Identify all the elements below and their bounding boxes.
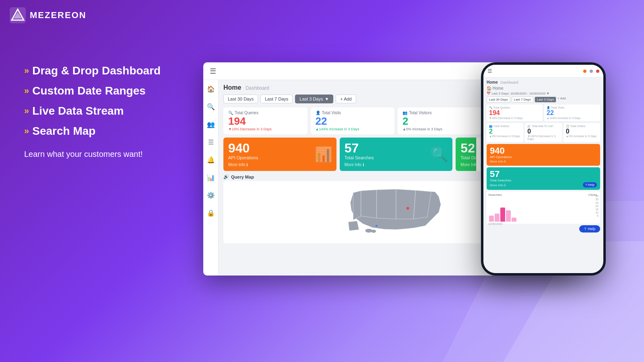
y-label-10: 10: [595, 211, 599, 214]
phone-api-value: 940: [490, 146, 597, 155]
feature-search-map: » Search Map: [24, 125, 177, 138]
phone-nav: Home Dashboard: [487, 80, 600, 84]
y-label-25: 25: [595, 202, 599, 204]
chart-bar-2: [495, 214, 500, 222]
searches-more-info[interactable]: More Info ℹ: [345, 162, 448, 167]
feature-custom-date: » Custom Date Ranges: [24, 84, 177, 97]
chart-y-labels: 35 30 25 20 15 10 5: [595, 193, 599, 217]
stat-card-visitors: 👥 Total Visitors 2 ▲0% Increase in 3 Day…: [398, 107, 482, 134]
chart-bar-4: [506, 210, 511, 222]
api-chart-icon: 📊: [314, 146, 332, 163]
page-title: Home: [223, 84, 241, 91]
svg-point-6: [407, 207, 409, 210]
help-btn-label: Help: [588, 227, 595, 231]
y-label-30: 30: [595, 198, 599, 201]
sidebar-users-icon[interactable]: 👥: [205, 119, 217, 130]
chevron-icon: ▼: [324, 97, 329, 101]
svg-point-5: [371, 230, 376, 233]
phone-screen: ☰ Home Dashboard 🏠 Home 📅 Last 3 Days: 1…: [483, 65, 603, 273]
y-label-15: 15: [595, 208, 599, 211]
clicks-label: Clicks: [588, 193, 597, 197]
phone-stat-orders: 📋 Total Orders 0 ▲0% Increase in 3 Days: [564, 123, 600, 142]
stat-label-visitors: 👥 Total Visitors: [402, 111, 477, 115]
feature-label-3: Live Data Stream: [32, 105, 124, 117]
date-btn-last3[interactable]: Last 3 Days ▼: [295, 95, 333, 103]
phone-help-btn[interactable]: ? Help: [579, 225, 600, 232]
sidebar-menu-icon[interactable]: ☰: [205, 136, 217, 148]
phone-stats: 🔍 Total Queries 194 ▼16% Decrease in 3 D…: [487, 105, 600, 121]
stat-label-visits: 👤 Total Visits: [316, 111, 390, 115]
phone-stat-visitors: 👥 Total Visitors 2 ▲0% Increase in 3 Day…: [487, 123, 523, 142]
phone-date-7[interactable]: Last 7 Days: [512, 97, 533, 103]
chart-bar-3: [500, 208, 505, 222]
stat-change-visitors: ▲0% Increase in 3 Days: [402, 127, 477, 131]
phone-dot-red: [596, 70, 599, 73]
phone-api-label: API Operations: [490, 155, 597, 159]
phone-date-30[interactable]: Last 30 Days: [487, 97, 510, 103]
phone-add-btn[interactable]: + Add: [557, 97, 566, 103]
hamburger-icon[interactable]: ☰: [210, 67, 216, 76]
sidebar-home-icon[interactable]: 🏠: [205, 83, 217, 95]
date-btn-last30[interactable]: Last 30 Days: [223, 95, 258, 103]
phone-visitors-label: 👥 Total Visitors: [489, 125, 521, 128]
stat-card-visits: 👤 Total Visits 22 ▲144% Increase in 3 Da…: [311, 107, 395, 134]
phone-date-range: 📅 Last 3 Days: 10/28/2020 - 10/30/2020 ▼: [487, 92, 600, 95]
feature-live-data: » Live Data Stream: [24, 105, 177, 117]
phone-help-small[interactable]: ? Help: [583, 182, 597, 187]
svg-point-7: [376, 225, 378, 227]
phone-cart-change: ▼100% Decrease in 3 Days: [527, 135, 559, 140]
phone-stat-visits: 👤 Total Visits 22 ▲144% Increase in 3 Da…: [544, 105, 600, 121]
sidebar-lock-icon[interactable]: 🔒: [205, 207, 217, 218]
phone-visitors-value: 2: [489, 128, 521, 135]
chart-bar-1: [489, 216, 494, 222]
chart-x-label: 10/30/2020: [488, 222, 517, 225]
big-card-api: 940 API Operations More Info ℹ 📊: [223, 138, 336, 171]
add-filter-btn[interactable]: + Add: [336, 95, 356, 103]
phone-subnav: Dashboard: [501, 80, 518, 84]
phone-stat-cart: 🛒 Total Add To Cart 0 ▼100% Decrease in …: [525, 123, 561, 142]
phone-searches-value: 57: [490, 170, 597, 179]
stat-value-visitors: 2: [402, 116, 477, 126]
phone-extra-stats: 👥 Total Visitors 2 ▲0% Increase in 3 Day…: [487, 123, 600, 142]
stat-card-queries: 🔍 Total Queries 194 ▼16% Decrease in 3 D…: [223, 107, 308, 134]
phone-stat-queries-value: 194: [489, 109, 540, 117]
phone-hamburger-icon: ☰: [487, 68, 492, 74]
sidebar: 🏠 🔍 👥 ☰ 🔔 📊 ⚙️ 🔒: [203, 80, 219, 276]
stat-change-visits: ▲144% Increase in 3 Days: [316, 127, 390, 131]
stat-label-queries: 🔍 Total Queries: [228, 111, 303, 115]
phone-main: Home Dashboard 🏠 Home 📅 Last 3 Days: 10/…: [483, 78, 603, 235]
phone-stat-visits-label: 👤 Total Visits: [547, 106, 598, 109]
map-speaker-icon: 🔊: [223, 174, 229, 179]
stat-value-queries: 194: [228, 116, 303, 126]
phone-dot-gray: [590, 70, 593, 73]
date-btn-last7[interactable]: Last 7 Days: [260, 95, 293, 103]
phone-searches-more[interactable]: More Info ℹ: [490, 183, 506, 187]
phone-stat-visits-value: 22: [547, 109, 598, 117]
sidebar-settings-icon[interactable]: ⚙️: [205, 189, 217, 201]
phone-visitors-change: ▲0% Increase in 3 Days: [489, 135, 521, 138]
feature-drag-drop: » Drag & Drop Dashboard: [24, 64, 177, 77]
phone-date-3[interactable]: Last 3 Days: [535, 97, 556, 103]
arrow-icon-1: »: [24, 66, 29, 76]
phone-orders-value: 0: [566, 128, 598, 135]
sidebar-bell-icon[interactable]: 🔔: [205, 154, 217, 165]
phone-cart-value: 0: [527, 128, 559, 135]
sidebar-search-icon[interactable]: 🔍: [205, 101, 217, 112]
chart-bar-5: [512, 218, 516, 222]
phone-api-more[interactable]: More Info ℹ: [490, 160, 597, 163]
arrow-icon-3: »: [24, 106, 29, 116]
phone-chart-searches-label: Searches: [488, 193, 517, 197]
phone-chart-area: Searches 10/30/2020 35: [487, 191, 600, 224]
stat-change-queries: ▼16% Decrease in 3 Days: [228, 127, 303, 131]
arrow-icon-2: »: [24, 86, 29, 96]
searches-icon: 🔍: [430, 146, 448, 163]
phone-stat-queries-change: ▼16% Decrease in 3 Days: [489, 117, 540, 119]
y-label-5: 5: [595, 214, 599, 217]
phone-orders-change: ▲0% Increase in 3 Days: [566, 135, 598, 138]
logo-icon: [10, 7, 26, 23]
phone-cart-label: 🛒 Total Add To Cart: [527, 125, 559, 128]
svg-point-4: [365, 229, 372, 233]
user-icon-small: 👤: [316, 111, 320, 115]
sidebar-chart-icon[interactable]: 📊: [205, 172, 217, 183]
api-more-info[interactable]: More Info ℹ: [228, 162, 332, 167]
